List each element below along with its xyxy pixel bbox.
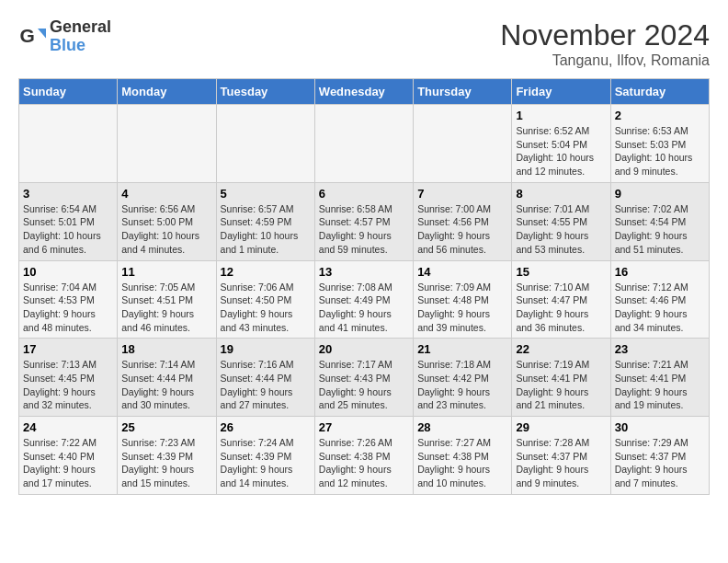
weekday-header-tuesday: Tuesday [216, 79, 314, 105]
logo-text: General Blue [50, 18, 111, 55]
calendar-cell: 26Sunrise: 7:24 AMSunset: 4:39 PMDayligh… [216, 417, 314, 495]
day-number: 9 [615, 187, 705, 201]
calendar-cell: 14Sunrise: 7:09 AMSunset: 4:48 PMDayligh… [414, 260, 512, 339]
calendar-cell: 12Sunrise: 7:06 AMSunset: 4:50 PMDayligh… [216, 260, 314, 339]
day-number: 22 [516, 342, 606, 356]
day-number: 5 [221, 187, 311, 201]
calendar-cell: 21Sunrise: 7:18 AMSunset: 4:42 PMDayligh… [414, 339, 512, 417]
day-info: Sunrise: 7:27 AMSunset: 4:38 PMDaylight:… [417, 436, 507, 490]
day-info: Sunrise: 6:54 AMSunset: 5:01 PMDaylight:… [23, 202, 113, 257]
weekday-header-saturday: Saturday [610, 79, 709, 105]
calendar-cell: 25Sunrise: 7:23 AMSunset: 4:39 PMDayligh… [118, 417, 216, 495]
calendar-cell: 20Sunrise: 7:17 AMSunset: 4:43 PMDayligh… [314, 339, 413, 417]
svg-marker-1 [38, 29, 46, 39]
svg-text:G: G [20, 25, 35, 46]
day-info: Sunrise: 6:53 AMSunset: 5:03 PMDaylight:… [615, 124, 705, 178]
day-number: 20 [319, 342, 409, 356]
calendar-cell: 27Sunrise: 7:26 AMSunset: 4:38 PMDayligh… [314, 417, 413, 495]
day-number: 2 [615, 109, 705, 122]
calendar-cell: 29Sunrise: 7:28 AMSunset: 4:37 PMDayligh… [512, 417, 610, 495]
day-number: 24 [23, 420, 113, 434]
calendar-cell: 10Sunrise: 7:04 AMSunset: 4:53 PMDayligh… [19, 260, 118, 339]
calendar-cell: 1Sunrise: 6:52 AMSunset: 5:04 PMDaylight… [512, 105, 610, 183]
day-number: 19 [221, 342, 311, 356]
day-info: Sunrise: 7:05 AMSunset: 4:51 PMDaylight:… [121, 281, 211, 335]
day-info: Sunrise: 7:26 AMSunset: 4:38 PMDaylight:… [319, 436, 409, 490]
logo-text-general: General [50, 18, 111, 37]
day-info: Sunrise: 7:28 AMSunset: 4:37 PMDaylight:… [516, 436, 606, 490]
day-info: Sunrise: 7:12 AMSunset: 4:46 PMDaylight:… [615, 281, 705, 335]
day-info: Sunrise: 7:02 AMSunset: 4:54 PMDaylight:… [615, 202, 705, 257]
day-info: Sunrise: 7:29 AMSunset: 4:37 PMDaylight:… [615, 436, 705, 490]
day-info: Sunrise: 7:23 AMSunset: 4:39 PMDaylight:… [121, 436, 211, 490]
day-info: Sunrise: 7:17 AMSunset: 4:43 PMDaylight:… [319, 358, 409, 412]
calendar-cell: 24Sunrise: 7:22 AMSunset: 4:40 PMDayligh… [19, 417, 118, 495]
calendar-cell: 11Sunrise: 7:05 AMSunset: 4:51 PMDayligh… [118, 260, 216, 339]
day-number: 10 [23, 265, 113, 279]
day-number: 12 [221, 265, 311, 279]
day-info: Sunrise: 7:08 AMSunset: 4:49 PMDaylight:… [319, 281, 409, 335]
page-header: G General Blue November 2024 Tanganu, Il… [18, 18, 710, 69]
weekday-row: SundayMondayTuesdayWednesdayThursdayFrid… [19, 79, 710, 105]
calendar-cell [414, 105, 512, 183]
calendar-week-row: 10Sunrise: 7:04 AMSunset: 4:53 PMDayligh… [19, 260, 710, 339]
day-info: Sunrise: 6:56 AMSunset: 5:00 PMDaylight:… [121, 202, 211, 257]
calendar-cell: 22Sunrise: 7:19 AMSunset: 4:41 PMDayligh… [512, 339, 610, 417]
day-info: Sunrise: 7:24 AMSunset: 4:39 PMDaylight:… [221, 436, 311, 490]
calendar-cell: 15Sunrise: 7:10 AMSunset: 4:47 PMDayligh… [512, 260, 610, 339]
day-number: 18 [121, 342, 211, 356]
logo: G General Blue [18, 18, 111, 55]
calendar-cell: 2Sunrise: 6:53 AMSunset: 5:03 PMDaylight… [610, 105, 709, 183]
day-number: 1 [516, 109, 606, 122]
calendar-table: SundayMondayTuesdayWednesdayThursdayFrid… [18, 78, 710, 495]
logo-text-blue: Blue [50, 37, 111, 55]
calendar-cell: 8Sunrise: 7:01 AMSunset: 4:55 PMDaylight… [512, 182, 610, 260]
day-number: 16 [615, 265, 705, 279]
title-block: November 2024 Tanganu, Ilfov, Romania [500, 18, 710, 69]
calendar-cell: 19Sunrise: 7:16 AMSunset: 4:44 PMDayligh… [216, 339, 314, 417]
weekday-header-monday: Monday [118, 79, 216, 105]
calendar-header: SundayMondayTuesdayWednesdayThursdayFrid… [19, 79, 710, 105]
calendar-cell: 4Sunrise: 6:56 AMSunset: 5:00 PMDaylight… [118, 182, 216, 260]
calendar-cell: 9Sunrise: 7:02 AMSunset: 4:54 PMDaylight… [610, 182, 709, 260]
calendar-cell: 30Sunrise: 7:29 AMSunset: 4:37 PMDayligh… [610, 417, 709, 495]
day-info: Sunrise: 7:06 AMSunset: 4:50 PMDaylight:… [221, 281, 311, 335]
day-number: 28 [417, 420, 507, 434]
day-info: Sunrise: 6:58 AMSunset: 4:57 PMDaylight:… [319, 202, 409, 257]
calendar-week-row: 1Sunrise: 6:52 AMSunset: 5:04 PMDaylight… [19, 105, 710, 183]
day-number: 23 [615, 342, 705, 356]
logo-icon: G [18, 23, 46, 51]
day-number: 15 [516, 265, 606, 279]
calendar-cell: 18Sunrise: 7:14 AMSunset: 4:44 PMDayligh… [118, 339, 216, 417]
day-info: Sunrise: 7:18 AMSunset: 4:42 PMDaylight:… [417, 358, 507, 412]
calendar-cell: 7Sunrise: 7:00 AMSunset: 4:56 PMDaylight… [414, 182, 512, 260]
day-number: 14 [417, 265, 507, 279]
calendar-cell [314, 105, 413, 183]
calendar-cell: 3Sunrise: 6:54 AMSunset: 5:01 PMDaylight… [19, 182, 118, 260]
day-number: 25 [121, 420, 211, 434]
day-number: 8 [516, 187, 606, 201]
day-info: Sunrise: 7:01 AMSunset: 4:55 PMDaylight:… [516, 202, 606, 257]
day-info: Sunrise: 7:09 AMSunset: 4:48 PMDaylight:… [417, 281, 507, 335]
calendar-cell [19, 105, 118, 183]
day-number: 6 [319, 187, 409, 201]
calendar-cell [216, 105, 314, 183]
calendar-cell [118, 105, 216, 183]
day-info: Sunrise: 7:10 AMSunset: 4:47 PMDaylight:… [516, 281, 606, 335]
day-number: 17 [23, 342, 113, 356]
day-info: Sunrise: 6:57 AMSunset: 4:59 PMDaylight:… [221, 202, 311, 257]
calendar-week-row: 17Sunrise: 7:13 AMSunset: 4:45 PMDayligh… [19, 339, 710, 417]
day-number: 29 [516, 420, 606, 434]
calendar-subtitle: Tanganu, Ilfov, Romania [500, 52, 710, 69]
calendar-title: November 2024 [500, 18, 710, 52]
day-info: Sunrise: 7:13 AMSunset: 4:45 PMDaylight:… [23, 358, 113, 412]
day-number: 11 [121, 265, 211, 279]
calendar-week-row: 3Sunrise: 6:54 AMSunset: 5:01 PMDaylight… [19, 182, 710, 260]
weekday-header-thursday: Thursday [414, 79, 512, 105]
day-info: Sunrise: 6:52 AMSunset: 5:04 PMDaylight:… [516, 124, 606, 178]
day-number: 13 [319, 265, 409, 279]
day-info: Sunrise: 7:19 AMSunset: 4:41 PMDaylight:… [516, 358, 606, 412]
calendar-cell: 16Sunrise: 7:12 AMSunset: 4:46 PMDayligh… [610, 260, 709, 339]
day-number: 7 [417, 187, 507, 201]
calendar-cell: 6Sunrise: 6:58 AMSunset: 4:57 PMDaylight… [314, 182, 413, 260]
